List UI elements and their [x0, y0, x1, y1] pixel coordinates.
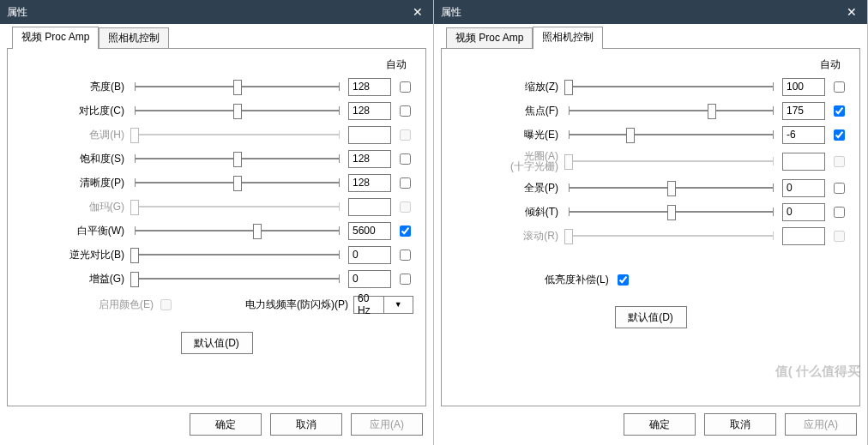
slider-thumb[interactable]	[130, 248, 139, 263]
slider-thumb[interactable]	[667, 205, 676, 220]
value-input[interactable]	[348, 102, 391, 120]
slider-label: 伽玛(G)	[20, 200, 130, 214]
slider-track[interactable]	[569, 179, 774, 196]
slider-row: 缩放(Z)	[454, 75, 847, 99]
auto-checkbox[interactable]	[400, 274, 411, 285]
slider-label: 光圈(A)(十字光栅)	[454, 151, 564, 171]
slider-thumb[interactable]	[233, 80, 242, 95]
slider-track[interactable]	[135, 246, 340, 263]
slider-label: 清晰度(P)	[20, 176, 130, 190]
slider-thumb[interactable]	[233, 152, 242, 167]
slider-label: 焦点(F)	[454, 104, 564, 118]
auto-checkbox	[834, 231, 845, 242]
slider-thumb[interactable]	[253, 224, 262, 239]
slider-track[interactable]	[569, 78, 774, 95]
auto-checkbox[interactable]	[400, 226, 411, 237]
slider-thumb[interactable]	[233, 176, 242, 191]
slider-label: 滚动(R)	[454, 229, 564, 244]
tab-video-proc-amp[interactable]: 视频 Proc Amp	[12, 27, 99, 49]
button-bar: 确定 取消 应用(A)	[434, 411, 867, 445]
slider-track[interactable]	[569, 126, 774, 143]
slider-track[interactable]	[569, 102, 774, 119]
auto-checkbox[interactable]	[400, 105, 411, 117]
powerline-combo[interactable]: 60 Hz ▼	[353, 296, 413, 314]
slider-track[interactable]	[135, 150, 340, 167]
slider-label: 逆光对比(B)	[20, 248, 130, 262]
slider-row: 清晰度(P)	[20, 171, 413, 195]
slider-track[interactable]	[135, 270, 340, 287]
auto-checkbox[interactable]	[834, 207, 845, 218]
auto-checkbox[interactable]	[834, 105, 845, 117]
apply-button[interactable]: 应用(A)	[785, 413, 857, 436]
titlebar[interactable]: 属性 ✕	[0, 0, 433, 24]
slider-track[interactable]	[569, 203, 774, 220]
window-title: 属性	[7, 5, 409, 20]
lowlight-checkbox[interactable]	[618, 274, 629, 286]
slider-thumb[interactable]	[708, 104, 716, 119]
slider-label: 缩放(Z)	[454, 80, 564, 94]
tab-video-proc-amp[interactable]: 视频 Proc Amp	[446, 27, 533, 49]
slider-thumb[interactable]	[233, 104, 242, 119]
slider-track	[135, 126, 340, 143]
slider-label: 亮度(B)	[20, 80, 130, 94]
cancel-button[interactable]: 取消	[704, 413, 776, 436]
slider-row: 增益(G)	[20, 267, 413, 291]
auto-checkbox[interactable]	[400, 250, 411, 261]
auto-checkbox[interactable]	[400, 177, 411, 189]
auto-checkbox[interactable]	[834, 81, 845, 93]
slider-row: 倾斜(T)	[454, 200, 847, 224]
cancel-button[interactable]: 取消	[270, 413, 342, 436]
value-input[interactable]	[348, 246, 391, 264]
auto-checkbox	[834, 156, 845, 167]
slider-track[interactable]	[135, 78, 340, 95]
ok-button[interactable]: 确定	[624, 413, 696, 436]
slider-label: 白平衡(W)	[20, 224, 130, 238]
close-icon[interactable]: ✕	[843, 3, 860, 21]
slider-row: 光圈(A)(十字光栅)	[454, 147, 847, 176]
slider-track[interactable]	[135, 222, 340, 239]
value-input[interactable]	[348, 174, 391, 192]
tab-camera-control[interactable]: 照相机控制	[99, 27, 169, 49]
value-input[interactable]	[782, 102, 825, 120]
value-input[interactable]	[348, 78, 391, 96]
slider-track[interactable]	[135, 102, 340, 119]
enable-color-label: 启用颜色(E)	[20, 298, 157, 312]
default-button[interactable]: 默认值(D)	[615, 306, 687, 328]
auto-checkbox	[400, 201, 411, 213]
value-input[interactable]	[782, 78, 825, 96]
auto-checkbox[interactable]	[834, 129, 845, 141]
default-button[interactable]: 默认值(D)	[181, 332, 253, 354]
slider-label: 全景(P)	[454, 181, 564, 195]
auto-header: 自动	[820, 57, 841, 72]
slider-thumb[interactable]	[130, 272, 139, 287]
auto-header: 自动	[386, 57, 407, 72]
auto-checkbox[interactable]	[400, 153, 411, 165]
auto-checkbox[interactable]	[834, 183, 845, 194]
slider-track[interactable]	[135, 174, 340, 191]
chevron-down-icon[interactable]: ▼	[383, 297, 413, 313]
slider-row: 饱和度(S)	[20, 147, 413, 171]
auto-checkbox[interactable]	[400, 81, 411, 93]
titlebar[interactable]: 属性 ✕	[434, 0, 867, 24]
slider-row: 曝光(E)	[454, 123, 847, 147]
slider-track	[135, 198, 340, 215]
close-icon[interactable]: ✕	[409, 3, 426, 21]
value-input[interactable]	[348, 222, 391, 240]
dialog-video-proc-amp: 属性 ✕ 视频 Proc Amp 照相机控制 自动 亮度(B)对比度(C)色调(…	[0, 0, 434, 445]
slider-row: 逆光对比(B)	[20, 243, 413, 267]
slider-thumb[interactable]	[626, 128, 635, 143]
value-input[interactable]	[348, 270, 391, 288]
value-input[interactable]	[782, 203, 825, 221]
slider-thumb[interactable]	[564, 80, 573, 95]
apply-button[interactable]: 应用(A)	[351, 413, 423, 436]
value-input[interactable]	[782, 179, 825, 197]
value-input[interactable]	[782, 126, 825, 144]
value-input[interactable]	[348, 150, 391, 168]
tab-camera-control[interactable]: 照相机控制	[533, 27, 603, 49]
slider-thumb	[130, 200, 139, 215]
value-input	[348, 126, 391, 144]
slider-thumb[interactable]	[667, 181, 676, 196]
ok-button[interactable]: 确定	[190, 413, 262, 436]
tab-strip: 视频 Proc Amp 照相机控制	[12, 29, 426, 48]
lowlight-label: 低亮度补偿(L)	[545, 273, 614, 287]
